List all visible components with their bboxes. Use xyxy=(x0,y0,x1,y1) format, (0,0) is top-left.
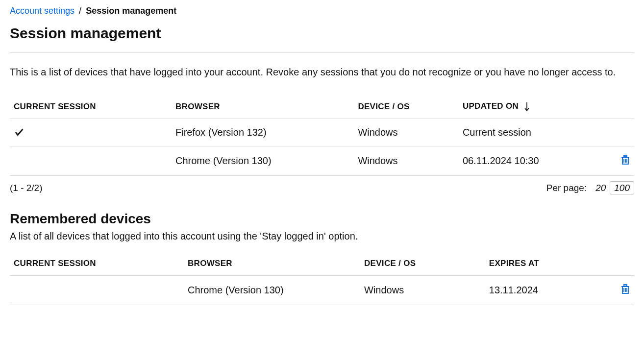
cell-action xyxy=(607,275,634,305)
col-current-session[interactable]: CURRENT SESSION xyxy=(10,96,172,119)
sessions-table: CURRENT SESSION BROWSER DEVICE / OS UPDA… xyxy=(10,96,634,176)
svg-rect-6 xyxy=(624,155,627,157)
divider xyxy=(10,52,634,53)
col-updated-on[interactable]: UPDATED ON xyxy=(459,96,607,119)
cell-device: Windows xyxy=(360,275,485,305)
cell-current-session xyxy=(10,275,184,305)
cell-action xyxy=(607,119,634,146)
breadcrumb-link-account-settings[interactable]: Account settings xyxy=(10,6,74,16)
page-description: This is a list of devices that have logg… xyxy=(10,65,634,80)
remembered-devices-table: CURRENT SESSION BROWSER DEVICE / OS EXPI… xyxy=(10,254,634,305)
col-actions xyxy=(607,96,634,119)
cell-current-session xyxy=(10,119,172,146)
col-updated-on-label: UPDATED ON xyxy=(463,101,519,111)
per-page-option-100[interactable]: 100 xyxy=(610,181,634,194)
col-device-os[interactable]: DEVICE / OS xyxy=(354,96,458,119)
cell-browser: Firefox (Version 132) xyxy=(172,119,354,146)
breadcrumb-current: Session management xyxy=(86,6,176,16)
cell-device: Windows xyxy=(354,146,458,175)
col-browser[interactable]: BROWSER xyxy=(184,254,360,276)
table-row: Chrome (Version 130)Windows06.11.2024 10… xyxy=(10,146,634,175)
cell-device: Windows xyxy=(354,119,458,146)
col-actions xyxy=(607,254,634,276)
delete-device-button[interactable] xyxy=(611,284,630,294)
pagination-range: (1 - 2/2) xyxy=(10,183,43,193)
col-current-session[interactable]: CURRENT SESSION xyxy=(10,254,184,276)
delete-session-button[interactable] xyxy=(611,154,630,165)
breadcrumb: Account settings / Session management xyxy=(10,6,634,16)
page-title: Session management xyxy=(10,25,634,42)
check-icon xyxy=(14,127,168,138)
trash-icon xyxy=(620,154,630,165)
table-row: Firefox (Version 132)WindowsCurrent sess… xyxy=(10,119,634,146)
col-device-os[interactable]: DEVICE / OS xyxy=(360,254,485,276)
remembered-devices-desc: A list of all devices that logged into t… xyxy=(10,231,634,242)
cell-browser: Chrome (Version 130) xyxy=(172,146,354,175)
col-expires-at[interactable]: EXPIRES AT xyxy=(485,254,607,276)
svg-rect-12 xyxy=(624,285,627,286)
cell-current-session xyxy=(10,146,172,175)
cell-updated: 06.11.2024 10:30 xyxy=(459,146,607,175)
col-browser[interactable]: BROWSER xyxy=(172,96,354,119)
trash-icon xyxy=(620,284,630,294)
cell-expires: 13.11.2024 xyxy=(485,275,607,305)
per-page-label: Per page: xyxy=(546,183,587,193)
per-page-selector: Per page: 20100 xyxy=(546,183,634,193)
cell-action xyxy=(607,146,634,175)
cell-browser: Chrome (Version 130) xyxy=(184,275,360,305)
table-row: Chrome (Version 130)Windows13.11.2024 xyxy=(10,275,634,305)
breadcrumb-separator: / xyxy=(79,6,81,16)
per-page-option-20[interactable]: 20 xyxy=(592,182,610,194)
remembered-devices-title: Remembered devices xyxy=(10,211,634,227)
sort-descending-icon xyxy=(524,102,530,112)
cell-updated: Current session xyxy=(459,119,607,146)
table-footer: (1 - 2/2) Per page: 20100 xyxy=(10,183,634,193)
